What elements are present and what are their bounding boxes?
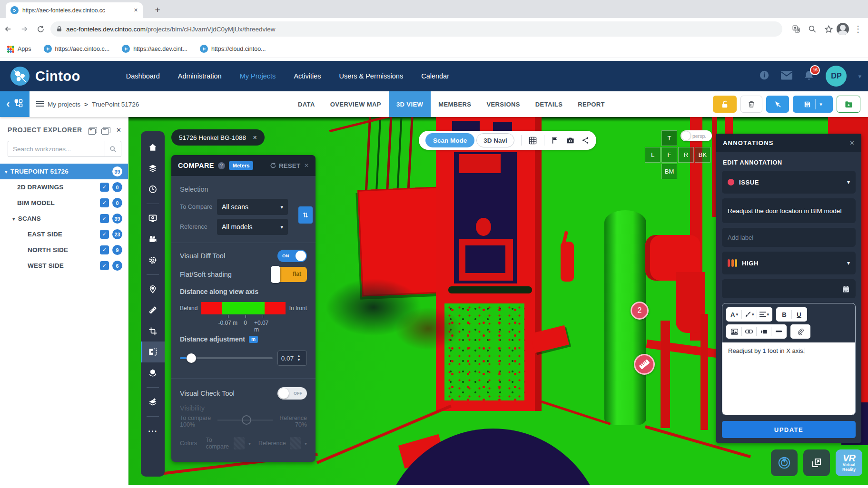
measure-ruler-icon[interactable] bbox=[141, 300, 165, 321]
navcube-front[interactable]: F bbox=[661, 147, 677, 163]
search-icon[interactable] bbox=[105, 141, 121, 156]
insert-rule-button[interactable] bbox=[772, 325, 785, 338]
attach-file-button[interactable] bbox=[794, 325, 807, 338]
highlight-brush-button[interactable] bbox=[743, 308, 756, 321]
navcube-bottom[interactable]: BM bbox=[661, 164, 677, 179]
swap-selection-button[interactable] bbox=[298, 206, 313, 224]
to-compare-color-swatch[interactable] bbox=[234, 437, 245, 449]
bookmark-item[interactable]: https://aec.dev.cint... bbox=[122, 45, 187, 53]
annotations-close-icon[interactable] bbox=[849, 139, 855, 146]
add-layer-icon[interactable] bbox=[141, 391, 165, 412]
search-input[interactable] bbox=[8, 146, 105, 153]
visibility-slider[interactable] bbox=[217, 420, 273, 421]
reference-select[interactable]: All models bbox=[217, 219, 288, 235]
navcube-back[interactable]: BK bbox=[695, 147, 710, 163]
new-project-button[interactable] bbox=[837, 96, 860, 113]
back-icon[interactable] bbox=[0, 21, 16, 37]
tree-item-scans[interactable]: SCANS 39 bbox=[0, 211, 128, 226]
user-avatar[interactable]: DP bbox=[826, 66, 847, 87]
visibility-checkbox[interactable] bbox=[100, 261, 109, 270]
align-button[interactable] bbox=[758, 308, 771, 321]
due-date-field[interactable] bbox=[722, 279, 856, 298]
distance-value-input[interactable] bbox=[278, 355, 297, 362]
tree-item-north-side[interactable]: NORTH SIDE 9 bbox=[0, 242, 128, 258]
tree-item-2d-drawings[interactable]: 2D DRAWINGS 0 bbox=[0, 179, 128, 195]
refresh-icon[interactable] bbox=[32, 21, 49, 37]
nav-users-permissions[interactable]: Users & Permissions bbox=[339, 72, 404, 80]
back-to-projects-button[interactable] bbox=[0, 91, 30, 117]
insert-link-button[interactable] bbox=[743, 325, 755, 338]
expand-all-icon[interactable] bbox=[89, 127, 97, 133]
grid-view-icon[interactable] bbox=[528, 136, 537, 145]
tab-3d-view[interactable]: 3D VIEW bbox=[389, 91, 431, 117]
visibility-checkbox[interactable] bbox=[100, 230, 109, 239]
caret-down-icon[interactable] bbox=[305, 441, 307, 446]
to-compare-select[interactable]: All scans bbox=[217, 199, 288, 215]
label-input[interactable] bbox=[728, 234, 850, 241]
annotation-marker-2[interactable]: 2 bbox=[631, 302, 649, 320]
home-view-icon[interactable] bbox=[141, 137, 165, 158]
stepper-arrows[interactable] bbox=[297, 354, 301, 362]
compare-close-icon[interactable] bbox=[304, 162, 309, 169]
settings-gear-icon[interactable] bbox=[141, 250, 165, 271]
nav-dashboard[interactable]: Dashboard bbox=[126, 72, 160, 80]
history-clock-icon[interactable] bbox=[141, 179, 165, 200]
apps-shortcut[interactable]: Apps bbox=[7, 45, 31, 53]
visibility-checkbox[interactable] bbox=[100, 198, 109, 207]
calendar-icon[interactable] bbox=[842, 285, 850, 293]
underline-button[interactable]: U bbox=[793, 308, 805, 321]
scene-tab[interactable]: 51726 Henkel BG-1088 bbox=[171, 129, 265, 146]
bookmark-star-icon[interactable] bbox=[820, 21, 837, 37]
tree-item-bim-model[interactable]: BIM MODEL 0 bbox=[0, 195, 128, 211]
measurement-marker[interactable] bbox=[634, 354, 655, 375]
zoom-icon[interactable] bbox=[804, 21, 820, 37]
collapse-all-icon[interactable] bbox=[103, 127, 110, 133]
bookmark-item[interactable]: https://aec.cintoo.c... bbox=[44, 45, 110, 53]
display-settings-icon[interactable] bbox=[141, 208, 165, 229]
priority-select[interactable]: HIGH bbox=[722, 252, 856, 274]
select-tool-button[interactable] bbox=[766, 96, 789, 113]
perspective-toggle[interactable]: persp. bbox=[681, 130, 712, 141]
minimap-radar-button[interactable] bbox=[771, 449, 798, 476]
caret-down-icon[interactable] bbox=[248, 441, 251, 446]
orbit-model-icon[interactable] bbox=[141, 362, 165, 383]
browser-menu-icon[interactable] bbox=[852, 21, 864, 37]
crop-icon[interactable] bbox=[141, 321, 165, 342]
menu-icon[interactable] bbox=[36, 100, 44, 108]
tab-versions[interactable]: VERSIONS bbox=[479, 91, 527, 117]
tab-overview-map[interactable]: OVERVIEW MAP bbox=[323, 91, 389, 117]
slider-knob[interactable] bbox=[187, 353, 196, 363]
insert-video-button[interactable] bbox=[758, 325, 770, 338]
info-icon[interactable] bbox=[759, 70, 769, 82]
visual-diff-toggle[interactable]: ON bbox=[277, 250, 307, 262]
tree-item-truepoint[interactable]: TRUEPOINT 51726 39 bbox=[0, 164, 128, 179]
nav-administration[interactable]: Administration bbox=[178, 72, 222, 80]
tab-close-icon[interactable] bbox=[134, 7, 138, 13]
nav-calendar[interactable]: Calendar bbox=[421, 72, 449, 80]
browser-profile-avatar[interactable] bbox=[837, 23, 849, 35]
save-button[interactable] bbox=[793, 96, 833, 113]
mail-icon[interactable] bbox=[781, 71, 792, 82]
visual-check-toggle[interactable]: OFF bbox=[277, 387, 307, 400]
translate-icon[interactable] bbox=[788, 21, 804, 37]
share-icon[interactable] bbox=[582, 136, 590, 145]
3d-navi-button[interactable]: 3D Navi bbox=[476, 133, 514, 147]
breadcrumb-root[interactable]: My projects bbox=[48, 101, 80, 108]
reset-button[interactable]: RESET bbox=[270, 162, 300, 169]
flat-soft-toggle[interactable]: flat bbox=[274, 267, 307, 282]
visibility-checkbox[interactable] bbox=[100, 183, 109, 192]
caret-down-icon[interactable] bbox=[12, 215, 18, 222]
nav-activities[interactable]: Activities bbox=[294, 72, 321, 80]
fullscreen-button[interactable] bbox=[803, 449, 830, 476]
visibility-checkbox[interactable] bbox=[100, 245, 109, 254]
caret-down-icon[interactable] bbox=[5, 168, 10, 175]
virtual-reality-button[interactable]: VR Virtual Reality bbox=[836, 449, 862, 476]
compare-tool-icon[interactable] bbox=[141, 342, 165, 362]
help-icon[interactable] bbox=[218, 162, 225, 169]
scene-tab-close-icon[interactable] bbox=[253, 135, 257, 141]
video-camera-icon[interactable] bbox=[141, 229, 165, 250]
new-tab-button[interactable] bbox=[151, 4, 164, 16]
address-bar[interactable]: aec-fonteles.dev.cintoo.com/projects/bim… bbox=[50, 21, 782, 37]
unlock-button[interactable] bbox=[713, 96, 737, 113]
bookmark-item[interactable]: https://cloud.cintoo... bbox=[200, 45, 266, 53]
